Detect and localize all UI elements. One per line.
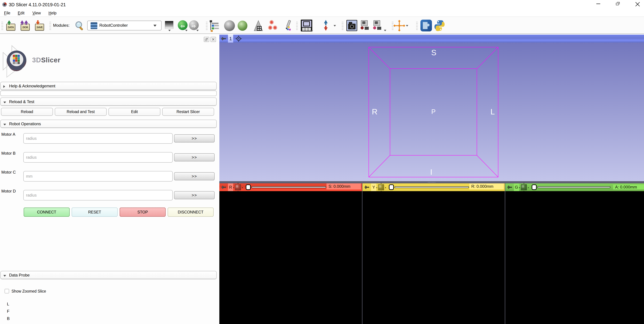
toolbar-handle[interactable] — [416, 21, 418, 30]
mrml-scene-button[interactable] — [322, 20, 333, 31]
view-area: 1 S R P L I R S: 0.0 — [219, 34, 644, 324]
load-data-button[interactable]: DATA — [6, 20, 17, 31]
slice-visibility-icon[interactable] — [521, 184, 527, 190]
scene-view-button[interactable] — [360, 20, 372, 32]
undo-dropdown-arrow[interactable] — [168, 30, 171, 31]
slice-view-label[interactable]: Y — [371, 184, 376, 191]
reload-button[interactable]: Reload — [1, 108, 53, 116]
subject-hierarchy-button[interactable] — [209, 20, 220, 32]
forward-button[interactable]: ⇨ — [189, 20, 199, 30]
volume-rendering-button[interactable] — [224, 20, 235, 32]
threed-view-header[interactable]: 1 — [219, 35, 644, 42]
undo-history-button[interactable] — [165, 21, 174, 29]
yellow-slice-viewport[interactable] — [362, 191, 505, 324]
save-button[interactable]: SAVE — [34, 20, 46, 31]
markups-button[interactable]: ✺ ✺✺ — [268, 20, 279, 31]
slice-offset-value: R: 0.000mm — [469, 184, 504, 190]
toolbar-handle[interactable] — [206, 21, 208, 30]
slice-slider-handle[interactable] — [532, 184, 537, 190]
slice-viewports[interactable] — [219, 191, 644, 324]
back-button[interactable]: ⇦ — [178, 20, 188, 30]
collapse-arrow-icon — [4, 102, 6, 103]
mrml-dropdown-arrow[interactable] — [334, 25, 336, 26]
slice-slider-track[interactable] — [537, 186, 610, 188]
reset-button[interactable]: RESET — [72, 208, 118, 217]
menu-file[interactable]: File — [4, 10, 10, 16]
toolbar-handle[interactable] — [1, 21, 3, 30]
motor-b-forward-button[interactable]: >> — [174, 153, 214, 162]
section-reload-test[interactable]: Reload & Test — [0, 98, 217, 106]
motor-d-input[interactable] — [23, 190, 173, 200]
motor-a-forward-button[interactable]: >> — [174, 134, 214, 142]
motor-d-forward-button[interactable]: >> — [174, 191, 214, 199]
forward-dropdown-arrow[interactable] — [196, 30, 199, 31]
layout-dropdown-arrow[interactable] — [310, 30, 313, 32]
edit-button[interactable]: Edit — [108, 108, 160, 116]
menu-help[interactable]: Help — [48, 10, 56, 16]
pin-icon[interactable] — [221, 36, 226, 41]
slice-slider-track[interactable] — [394, 186, 469, 188]
module-selector-combobox[interactable]: RobotController — [87, 20, 162, 30]
maximize-button[interactable] — [610, 0, 626, 8]
combo-dropdown-arrow — [154, 25, 156, 27]
stop-button[interactable]: STOP — [120, 208, 166, 217]
show-zoomed-slice-checkbox[interactable] — [4, 289, 9, 294]
collapse-arrow-icon — [4, 275, 6, 277]
section-robot-operations[interactable]: Robot Operations — [0, 120, 217, 128]
green-slice-viewport[interactable] — [505, 191, 644, 324]
slice-slider-handle[interactable] — [389, 184, 394, 190]
extensions-manager-button[interactable] — [420, 20, 432, 31]
slice-view-label[interactable]: G — [514, 184, 519, 191]
motor-a-input[interactable] — [23, 133, 173, 144]
section-data-probe[interactable]: Data Probe — [0, 271, 217, 279]
toolbar-handle[interactable] — [296, 21, 298, 30]
screenshot-button[interactable] — [346, 20, 358, 31]
pin-icon[interactable] — [364, 185, 370, 190]
python-console-button[interactable] — [434, 20, 445, 31]
minimize-button[interactable] — [590, 0, 606, 8]
horizontal-splitter[interactable] — [219, 181, 644, 184]
annotations-button[interactable] — [282, 20, 294, 31]
segmentations-button[interactable] — [237, 20, 248, 32]
crosshair-button[interactable] — [394, 20, 404, 31]
reload-and-test-button[interactable]: Reload and Test — [55, 108, 107, 116]
connect-button[interactable]: CONNECT — [24, 208, 70, 217]
disconnect-button[interactable]: DISCONNECT — [168, 208, 214, 217]
close-button[interactable] — [630, 0, 644, 8]
slice-slider-handle[interactable] — [246, 184, 251, 190]
slice-view-label[interactable]: R — [228, 184, 233, 191]
slice-visibility-icon[interactable] — [235, 184, 241, 190]
back-dropdown-arrow[interactable] — [185, 30, 188, 31]
section-help-acknowledgement[interactable]: Help & Acknowledgement — [0, 82, 217, 90]
toolbar-handle[interactable] — [49, 21, 51, 30]
transforms-button[interactable] — [253, 20, 264, 32]
menu-view[interactable]: View — [32, 10, 41, 16]
pin-icon[interactable] — [221, 185, 226, 190]
scene-view-dropdown-arrow[interactable] — [384, 30, 386, 31]
menu-edit[interactable]: Edit — [18, 10, 24, 16]
red-slice-viewport[interactable] — [219, 191, 362, 324]
motor-c-label: Motor C — [1, 170, 16, 174]
toolbar-handle[interactable] — [342, 21, 344, 30]
slice-visibility-icon[interactable] — [378, 184, 384, 190]
threed-viewport[interactable]: S R P L I — [219, 42, 644, 181]
back-icon: ⇦ — [180, 23, 185, 29]
module-search-icon[interactable] — [74, 20, 84, 31]
motor-b-input[interactable] — [23, 152, 173, 162]
import-dicom-button[interactable]: DCM — [20, 20, 31, 31]
slice-offset-value: A: 0.000mm — [613, 184, 644, 190]
module-selector-value: RobotController — [99, 23, 128, 28]
pin-icon[interactable] — [507, 185, 512, 190]
restart-slicer-button[interactable]: Restart Slicer — [162, 108, 214, 116]
view-options-icon[interactable] — [235, 35, 242, 42]
layout-selector-button[interactable] — [301, 20, 312, 31]
panel-close-icon — [212, 38, 215, 41]
scene-view-restore-button[interactable] — [373, 20, 384, 32]
motor-c-input[interactable] — [23, 171, 173, 182]
close-panel-button[interactable] — [210, 37, 216, 42]
motor-c-forward-button[interactable]: >> — [174, 172, 214, 180]
undock-panel-button[interactable] — [204, 37, 209, 42]
crosshair-dropdown-arrow[interactable] — [406, 25, 408, 26]
slice-slider-track[interactable] — [252, 186, 326, 188]
toolbar-handle[interactable] — [392, 21, 394, 30]
